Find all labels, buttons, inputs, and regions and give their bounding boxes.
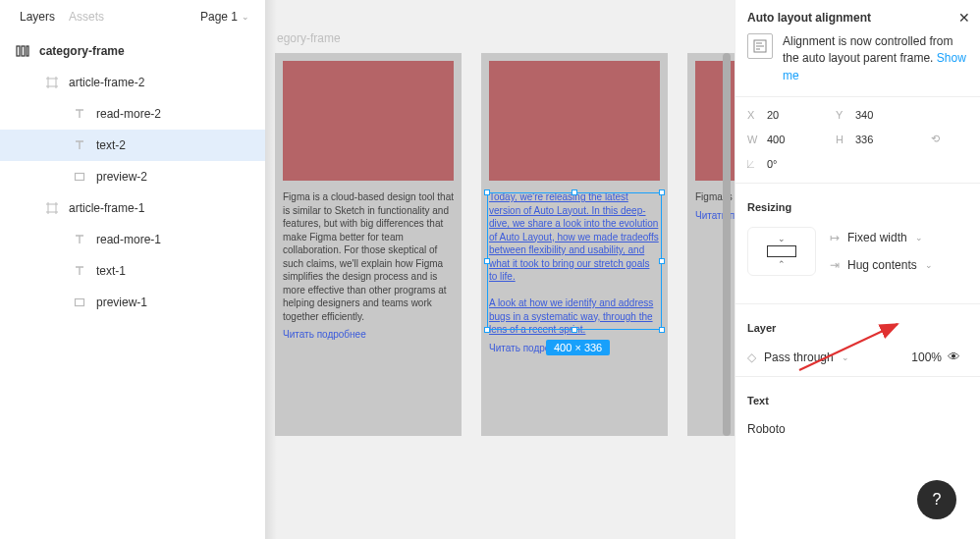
rotate-icon: ⟀ <box>747 157 767 171</box>
layer-item-label: read-more-1 <box>96 233 161 246</box>
w-label: W <box>747 134 767 145</box>
chevron-down-icon: ⌄ <box>778 234 786 243</box>
link-dimensions-icon[interactable]: ⟲ <box>931 133 944 145</box>
category-frame[interactable]: Figma is a cloud-based design tool that … <box>275 53 735 436</box>
chevron-down-icon: ⌄ <box>925 260 933 270</box>
layer-item-label: read-more-2 <box>96 107 161 121</box>
vertical-hug-icon: ⇥ <box>830 258 840 272</box>
canvas-frame-label[interactable]: egory-frame <box>277 31 341 45</box>
page-selector[interactable]: Page 1 ⌄ <box>200 10 249 24</box>
info-banner: Alignment is now controlled from the aut… <box>747 33 980 84</box>
width-mode-select[interactable]: ↦ Fixed width ⌄ <box>830 231 933 244</box>
horizontal-resize-icon: ↦ <box>830 231 840 244</box>
svg-rect-2 <box>27 46 28 56</box>
text-icon <box>73 233 86 246</box>
layer-item-label: article-frame-1 <box>69 201 144 215</box>
layer-item-label: article-frame-2 <box>69 76 144 89</box>
y-label: Y <box>836 109 855 121</box>
y-value[interactable]: 340 <box>855 109 924 121</box>
layers-panel-header: Layers Assets Page 1 ⌄ <box>0 0 265 29</box>
svg-rect-12 <box>76 299 84 306</box>
tab-assets[interactable]: Assets <box>69 10 104 24</box>
layer-item-read-more-1[interactable]: read-more-1 <box>0 224 265 255</box>
blend-icon: ◇ <box>747 350 756 364</box>
layer-item-label: text-2 <box>96 138 126 152</box>
canvas[interactable]: egory-frame Figma is a cloud-based desig… <box>265 0 735 539</box>
h-label: H <box>836 134 855 145</box>
blend-mode-select[interactable]: ◇ Pass through ⌄ <box>747 350 849 364</box>
layer-item-label: text-1 <box>96 264 126 278</box>
height-mode-label: Hug contents <box>847 258 917 272</box>
layer-item-article-frame-2[interactable]: article-frame-2 <box>0 67 265 98</box>
layer-root-label: category-frame <box>39 44 125 58</box>
chevron-down-icon: ⌄ <box>842 352 849 362</box>
page-selector-label: Page 1 <box>200 10 238 24</box>
layer-item-label: preview-1 <box>96 296 147 309</box>
frame-icon <box>45 201 59 215</box>
eye-icon[interactable]: 👁 <box>948 350 960 364</box>
resizing-section-title: Resizing <box>747 201 980 213</box>
preview-1[interactable] <box>283 61 454 181</box>
text-icon <box>73 264 86 278</box>
layer-item-label: preview-2 <box>96 170 147 184</box>
svg-rect-0 <box>17 46 20 56</box>
close-icon[interactable]: ✕ <box>958 10 970 26</box>
opacity-value[interactable]: 100% <box>911 350 942 364</box>
text-icon <box>73 107 86 121</box>
w-value[interactable]: 400 <box>767 134 836 145</box>
rotation-value[interactable]: 0° <box>767 158 836 170</box>
article-frame-1[interactable]: Figma is a cloud-based design tool that … <box>275 53 462 436</box>
layer-root[interactable]: category-frame <box>0 35 265 67</box>
text-section-title: Text <box>747 395 980 406</box>
help-button[interactable]: ? <box>917 480 956 519</box>
height-mode-select[interactable]: ⇥ Hug contents ⌄ <box>830 258 933 272</box>
properties-panel: Auto layout alignment ✕ Alignment is now… <box>735 0 980 539</box>
chevron-down-icon: ⌄ <box>242 12 249 22</box>
align-info-icon <box>747 33 773 59</box>
blend-mode-label: Pass through <box>764 350 834 364</box>
scrollbar-thumb[interactable] <box>723 53 731 436</box>
layer-item-text-2[interactable]: text-2 <box>0 130 265 161</box>
panel-title: Auto layout alignment <box>747 11 871 25</box>
position-size-grid: X 20 Y 340 W 400 H 336 ⟲ ⟀ 0° <box>747 109 980 171</box>
layer-item-preview-1[interactable]: preview-1 <box>0 287 265 318</box>
text-1[interactable]: Figma is a cloud-based design tool that … <box>283 190 454 323</box>
svg-rect-7 <box>76 174 84 181</box>
layer-section-title: Layer <box>747 322 980 334</box>
dimension-badge: 400 × 336 <box>546 340 610 355</box>
layout-icon <box>16 44 29 58</box>
layers-panel: Layers Assets Page 1 ⌄ category-frame ar… <box>0 0 265 539</box>
chevron-down-icon: ⌄ <box>915 233 923 243</box>
font-family-select[interactable]: Roboto <box>747 422 980 436</box>
read-more-1[interactable]: Читать подробнее <box>283 329 454 340</box>
rect-icon <box>73 170 86 184</box>
layer-item-article-frame-1[interactable]: article-frame-1 <box>0 192 265 224</box>
info-text: Alignment is now controlled from the aut… <box>783 34 953 65</box>
x-label: X <box>747 109 767 121</box>
text-2[interactable]: Today, we're releasing the latest versio… <box>489 190 660 337</box>
h-value[interactable]: 336 <box>855 134 924 145</box>
chevron-up-icon: ⌃ <box>778 259 786 269</box>
layer-item-preview-2[interactable]: preview-2 <box>0 161 265 192</box>
x-value[interactable]: 20 <box>767 109 836 121</box>
layer-item-text-1[interactable]: text-1 <box>0 255 265 287</box>
width-mode-label: Fixed width <box>847 231 907 244</box>
layer-item-read-more-2[interactable]: read-more-2 <box>0 98 265 130</box>
frame-icon <box>45 76 59 89</box>
svg-rect-1 <box>22 46 25 56</box>
preview-2[interactable] <box>489 61 660 181</box>
tab-layers[interactable]: Layers <box>20 10 55 24</box>
text-icon <box>73 138 86 152</box>
rect-icon <box>73 296 86 309</box>
resize-widget[interactable]: ⌄ ⌃ <box>747 227 816 276</box>
article-frame-2[interactable]: Today, we're releasing the latest versio… <box>481 53 668 436</box>
